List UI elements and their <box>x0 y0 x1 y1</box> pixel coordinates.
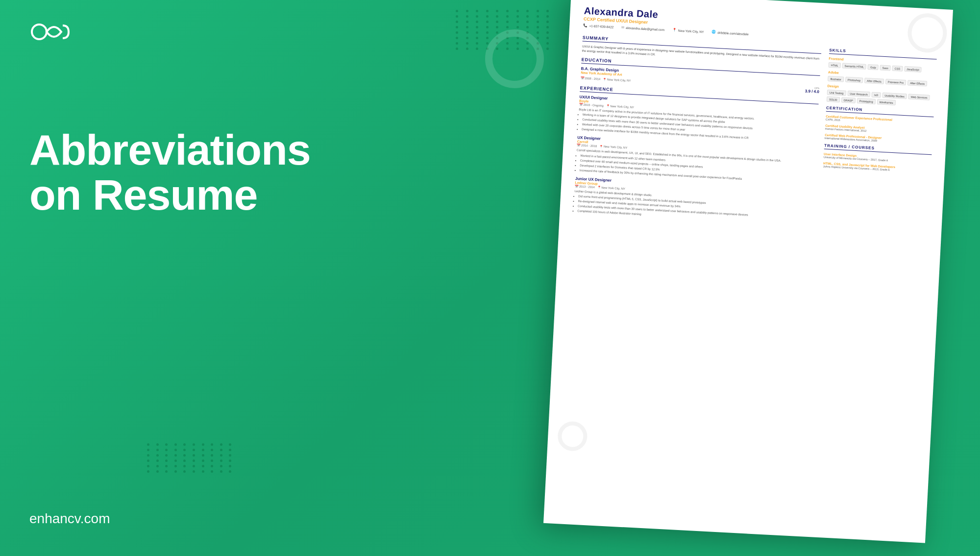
resume-deco-circle-2 <box>557 421 588 452</box>
skill-tag: Photoshop <box>845 77 863 83</box>
logo <box>29 20 78 44</box>
skill-tag: Wireframes <box>877 99 896 105</box>
resume-phone: 📞 +1-837-639-8422 <box>583 24 613 29</box>
skill-tag: After Effects <box>907 80 927 86</box>
certification-section: CERTIFICATION Certified Customer Experie… <box>825 106 934 145</box>
skill-tag: Illustrator <box>828 76 844 82</box>
gpa-box: GPA 3.9 / 4.0 <box>805 86 820 94</box>
skill-tag: SOLID <box>827 97 840 102</box>
website-url: enhancv.com <box>29 511 110 527</box>
exp-item-3: Junior UX Designer Ledner Group 📅 2013 -… <box>573 176 814 226</box>
skill-tag: HTML <box>828 62 841 68</box>
resume-right-col: SKILLS Frontend HTML Semantic HTML Gulp … <box>820 44 937 236</box>
skill-tag: CSS <box>892 66 903 72</box>
edu-dates-location: 📅 2008 - 2014 📍 New York City, NY <box>581 76 631 82</box>
phone-icon: 📞 <box>583 24 588 27</box>
location-icon: 📍 <box>672 28 677 32</box>
skill-tag: Web Services <box>908 94 930 100</box>
resume-wrapper: Alexandra Dale CCXP Certified UX/UI Desi… <box>559 0 980 556</box>
skill-tag: User Research <box>847 91 870 97</box>
resume-location: 📍 New York City, NY <box>672 28 704 33</box>
skill-tag: JavaScript <box>904 66 922 73</box>
portfolio-icon: 🌐 <box>711 30 716 34</box>
email-icon: ✉ <box>621 25 624 29</box>
skill-tag: Prototyping <box>857 98 876 104</box>
main-title-block: Abbreviations on Resume <box>29 127 397 218</box>
skill-tag: After Effects <box>864 78 884 84</box>
title-line1: Abbreviations <box>29 125 311 174</box>
skill-tag: Semantic HTML <box>842 63 866 70</box>
resume-deco-circle-1 <box>906 12 948 53</box>
skill-tag: Usability Studies <box>882 93 907 99</box>
resume-portfolio: 🌐 dribbble.com/alexdale <box>711 30 749 36</box>
skill-tag: IxD <box>872 92 881 98</box>
resume-email: ✉ alexandra.dale@gmail.com <box>621 25 664 32</box>
skill-tag: Sass <box>880 65 891 71</box>
dots-pattern-bottom <box>147 443 235 532</box>
resume-left-col: SUMMARY UX/UI & Graphic Designer with 8 … <box>573 31 822 230</box>
resume-body: SUMMARY UX/UI & Graphic Designer with 8 … <box>573 31 937 236</box>
gpa-value: 3.9 / 4.0 <box>805 89 819 94</box>
training-section: TRAINING / COURSES User Interface Design… <box>823 144 932 173</box>
skill-tag: Unit Testing <box>827 90 846 96</box>
experience-section: EXPERIENCE UX/UI Designer Boyle 📅 2018 -… <box>573 85 819 225</box>
skills-section: SKILLS Frontend HTML Semantic HTML Gulp … <box>827 48 937 107</box>
exp-item-2: UX Designer Carroll 📅 2014 - 2018 📍 New … <box>576 136 816 185</box>
resume-document: Alexandra Dale CCXP Certified UX/UI Desi… <box>543 0 953 543</box>
skill-tag: Premiere Pro <box>885 79 906 85</box>
title-line2: on Resume <box>29 170 257 219</box>
skill-tag: Gulp <box>868 64 879 70</box>
skill-tag: GRASP <box>841 97 856 103</box>
bg-deco-circle <box>485 29 544 88</box>
svg-rect-0 <box>32 24 47 39</box>
